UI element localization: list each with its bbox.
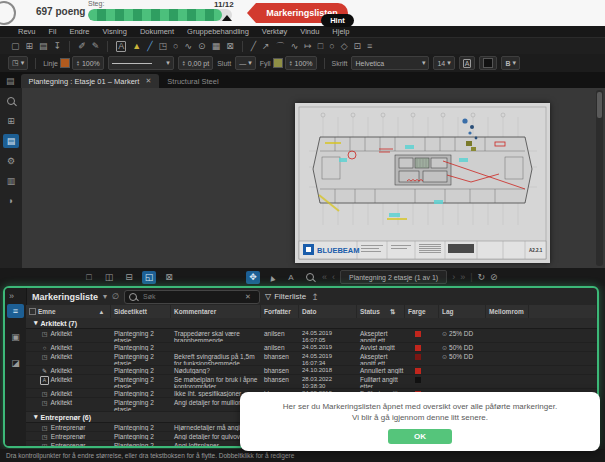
menu-item-dokument[interactable]: Dokument (140, 27, 174, 36)
first-page-icon[interactable]: « (322, 272, 327, 282)
markup-row[interactable]: ◳ ArkitektPlantegning 2 etasjeTrappedøre… (26, 329, 597, 343)
markup-list-tab-icon[interactable]: ≡ (7, 304, 24, 318)
lasso-pen-icon[interactable]: ✐ (78, 42, 86, 51)
markup-row[interactable]: ◳ ArkitektPlantegning 2 etasjeBekreft sv… (26, 352, 597, 366)
column-header-lag[interactable]: Lag (439, 305, 486, 318)
grid-view-icon[interactable]: ⊞ (26, 42, 34, 51)
column-header-sideetikett[interactable]: Sideetikett (111, 305, 171, 318)
studio-icon[interactable]: ◗ (3, 194, 19, 208)
search-input[interactable] (141, 292, 241, 301)
next-page-icon[interactable]: › (452, 272, 455, 282)
properties-gear-icon[interactable]: ⚙ (3, 154, 19, 168)
zoom-icon[interactable] (303, 271, 317, 284)
rectangle-icon[interactable]: □ (318, 42, 323, 51)
single-page-icon[interactable]: □ (82, 271, 96, 284)
page-field[interactable]: Plantegning 2 etasje (1 av 1) (340, 270, 447, 284)
column-header-status[interactable]: Status⇅ (357, 305, 405, 318)
line-icon[interactable]: ╱ (251, 42, 256, 51)
menu-item-visning[interactable]: Visning (102, 27, 126, 36)
detach-view-icon[interactable]: ⊠ (162, 271, 176, 284)
ellipse2-icon[interactable]: ○ (329, 42, 334, 51)
textbox-icon[interactable]: A (116, 41, 126, 52)
line-color-swatch[interactable] (60, 58, 70, 68)
canvas-scrollbar[interactable] (596, 90, 603, 266)
line-width-stepper[interactable]: ▲▼0,00 pt (178, 56, 213, 70)
floor-plan-sheet[interactable]: BLUEBEAM A2.2.1 (295, 103, 550, 263)
close-icon[interactable]: ✕ (145, 77, 151, 85)
polyline-icon[interactable]: ∿ (291, 42, 299, 51)
cloud-tool-icon[interactable]: ∿ (185, 42, 193, 51)
markup-panel-toggle-icon[interactable]: ◱ (142, 271, 156, 284)
search-icon[interactable] (3, 94, 19, 108)
more-tools-icon[interactable]: ≡ (367, 42, 372, 51)
open-file-icon[interactable]: ▢ (11, 42, 20, 51)
filter-list-button[interactable]: ▽ Filterliste (265, 292, 306, 301)
tool-chest-tab-icon[interactable]: ▣ (7, 330, 24, 344)
markup-list-icon[interactable]: ▥ (3, 174, 19, 188)
column-header-emne[interactable]: Emne▴ (26, 305, 111, 318)
dimension-icon[interactable]: ↦ (304, 42, 312, 51)
menu-item-hjelp[interactable]: Hjelp (332, 27, 349, 36)
ellipse-tool-icon[interactable]: ○ (173, 42, 178, 51)
split-vertical-icon[interactable]: ◫ (102, 271, 116, 284)
line-opacity-stepper[interactable]: ▲▼100% (72, 56, 104, 70)
brush-icon[interactable]: ✎ (92, 42, 100, 51)
fill-color-swatch[interactable] (273, 58, 283, 68)
column-header-forfatter[interactable]: Forfatter (261, 305, 299, 318)
stamp-icon[interactable]: ⊙ (198, 42, 206, 51)
text-select-icon[interactable]: A (284, 271, 298, 284)
export-summary-icon[interactable]: ↥ (311, 292, 319, 302)
column-header-farge[interactable]: Farge (405, 305, 439, 318)
select-all-checkbox[interactable] (29, 308, 36, 315)
crop-icon[interactable]: ⊠ (226, 42, 234, 51)
markup-row[interactable]: ○ ArkitektPlantegning 2 etasjeanilsen24.… (26, 343, 597, 352)
line-style-dropdown[interactable]: ▾ (108, 56, 174, 70)
tab-plantegning[interactable]: Plantegning : Etasje 01 – Markert ✕ (21, 74, 160, 88)
tool-chest-icon[interactable]: ▤ (3, 134, 19, 148)
menu-item-endre[interactable]: Endre (69, 27, 89, 36)
font-size-dropdown[interactable]: 14▾ (433, 56, 454, 70)
font-dropdown[interactable]: Helvetica▾ (351, 56, 429, 70)
markup-search-box[interactable]: ✕ (124, 290, 260, 304)
polygon-icon[interactable]: ◇ (341, 42, 348, 51)
print-icon[interactable]: ▤ (39, 42, 48, 51)
image-icon[interactable]: ▦ (212, 42, 221, 51)
callout-icon[interactable]: ◳ (159, 42, 168, 51)
menu-item-verktøy[interactable]: Verktøy (262, 27, 287, 36)
export-icon[interactable]: ↧ (54, 42, 62, 51)
chevron-down-icon[interactable]: ▾ (103, 292, 107, 301)
fill-opacity-stepper[interactable]: ▲▼100% (285, 56, 317, 70)
sync-views-icon[interactable]: ↻ (478, 272, 486, 282)
menu-item-revu[interactable]: Revu (18, 27, 36, 36)
prev-page-icon[interactable]: ‹ (332, 272, 335, 282)
column-header-dato[interactable]: Dato (299, 305, 357, 318)
column-header-kommentarer[interactable]: Kommentarer (171, 305, 261, 318)
text-style-dropdown[interactable]: B▾ (501, 56, 520, 70)
tab-structural-steel[interactable]: Structural Steel (159, 74, 226, 88)
group-header-row[interactable]: ▾Arkitekt (7) (26, 318, 597, 329)
tool-preset-dropdown[interactable]: ◳▾ (8, 56, 28, 70)
markup-row[interactable]: A ArkitektPlantegning 2 etasjeSe møbelpl… (26, 375, 597, 389)
menu-item-fil[interactable]: Fil (49, 27, 57, 36)
menu-item-vindu[interactable]: Vindu (300, 27, 319, 36)
clear-search-icon[interactable]: ✕ (245, 293, 251, 301)
split-horizontal-icon[interactable]: ⊟ (122, 271, 136, 284)
arrow-icon[interactable]: ↗ (262, 42, 270, 51)
column-header-mellomrom[interactable]: Mellomrom (486, 305, 529, 318)
text-color-swatch[interactable] (479, 56, 497, 70)
pan-hand-icon[interactable]: ✥ (246, 271, 260, 284)
disable-sync-icon[interactable]: ⊘ (490, 272, 498, 282)
select-cursor-icon[interactable]: ▲ (263, 269, 280, 286)
markup-row[interactable]: ✎ ArkitektPlantegning 2 etasjeNødutgang?… (26, 366, 597, 375)
pen-tool-icon[interactable]: ╱ (147, 42, 152, 51)
collapse-panel-icon[interactable]: » (9, 291, 14, 301)
hide-markups-icon[interactable]: ∅ (112, 292, 119, 301)
auto-size-text-button[interactable]: A (459, 56, 476, 70)
snapshot-icon[interactable]: ⊡ (354, 42, 362, 51)
last-page-icon[interactable]: » (460, 272, 465, 282)
arc-icon[interactable]: ⌒ (276, 42, 285, 51)
end-style-dropdown[interactable]: —▾ (235, 56, 256, 70)
hint-button[interactable]: Hint (321, 14, 354, 27)
menu-item-gruppebehandling[interactable]: Gruppebehandling (187, 27, 249, 36)
summary-tab-icon[interactable]: ◪ (7, 356, 24, 370)
